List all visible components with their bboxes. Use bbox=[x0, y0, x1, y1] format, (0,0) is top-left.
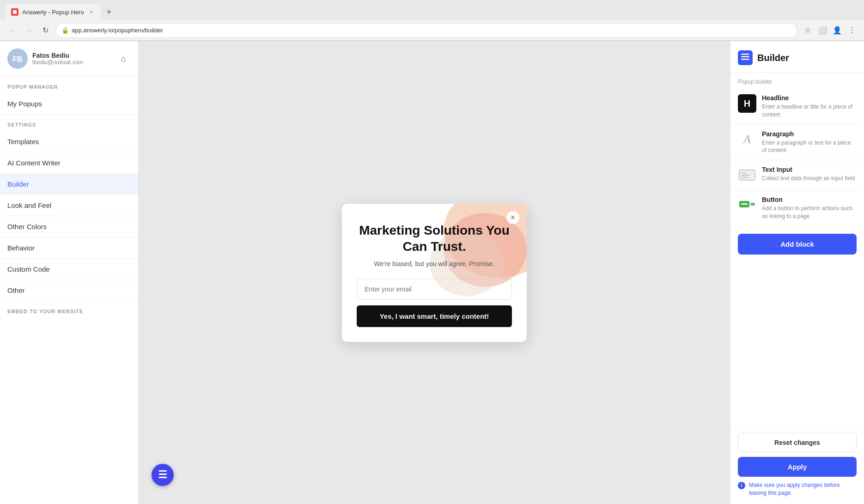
svg-rect-8 bbox=[741, 175, 750, 176]
sidebar-item-templates[interactable]: Templates bbox=[0, 131, 138, 152]
builder-blocks: H Headline Enter a headline or title for… bbox=[730, 89, 864, 226]
address-bar[interactable]: 🔒 app.answerly.io/popuphero/builder bbox=[55, 23, 797, 38]
text-input-block-icon bbox=[738, 166, 756, 184]
paragraph-block-name: Paragraph bbox=[762, 130, 857, 138]
popup-close-button[interactable]: × bbox=[506, 211, 519, 224]
popup-submit-button[interactable]: Yes, I want smart, timely content! bbox=[357, 305, 512, 327]
paragraph-block-icon: A bbox=[738, 130, 756, 149]
fab-icon: ☰ bbox=[158, 469, 167, 481]
builder-block-button[interactable]: Button Add a button to perform actions s… bbox=[734, 190, 860, 226]
sidebar-item-ai-content-writer[interactable]: AI Content Writer bbox=[0, 152, 138, 174]
builder-block-text-input[interactable]: Text Input Collect text data through an … bbox=[734, 160, 860, 190]
nav-bar: ← → ↻ 🔒 app.answerly.io/popuphero/builde… bbox=[0, 20, 864, 41]
builder-section-label: Popup builder bbox=[730, 73, 864, 89]
bookmark-icon[interactable]: ☆ bbox=[801, 24, 814, 37]
button-block-desc: Add a button to perform actions such as … bbox=[762, 205, 857, 220]
text-input-block-desc: Collect text data through an input field bbox=[762, 175, 857, 182]
user-email: fbediu@outlook.com bbox=[32, 59, 111, 66]
svg-rect-11 bbox=[750, 203, 755, 206]
svg-rect-12 bbox=[741, 203, 748, 205]
button-block-info: Button Add a button to perform actions s… bbox=[762, 196, 857, 220]
profile-icon[interactable]: 👤 bbox=[831, 24, 844, 37]
sidebar-item-custom-code[interactable]: Custom Code bbox=[0, 259, 138, 280]
reset-changes-button[interactable]: Reset changes bbox=[738, 433, 857, 452]
sidebar-item-behavior[interactable]: Behavior bbox=[0, 237, 138, 259]
sidebar-item-other[interactable]: Other bbox=[0, 280, 138, 301]
builder-header: Builder bbox=[730, 41, 864, 73]
apply-button[interactable]: Apply bbox=[738, 457, 857, 477]
headline-block-desc: Enter a headline or title for a piece of… bbox=[762, 103, 857, 119]
builder-footer: Reset changes Apply i Make sure you appl… bbox=[730, 427, 864, 504]
embed-label: EMBED TO YOUR WEBSITE bbox=[0, 301, 138, 318]
browser-chrome: Answerly - Popup Hero × + ← → ↻ 🔒 app.an… bbox=[0, 0, 864, 41]
headline-block-info: Headline Enter a headline or title for a… bbox=[762, 94, 857, 119]
settings-label: SETTINGS bbox=[0, 115, 138, 131]
builder-title: Builder bbox=[757, 53, 789, 63]
text-input-block-name: Text Input bbox=[762, 166, 857, 173]
sidebar-item-look-and-feel[interactable]: Look and Feel bbox=[0, 195, 138, 216]
paragraph-block-desc: Enter a paragraph or text for a piece of… bbox=[762, 139, 857, 155]
button-block-name: Button bbox=[762, 196, 857, 203]
builder-panel-icon bbox=[738, 50, 753, 65]
menu-icon[interactable]: ⋮ bbox=[846, 24, 858, 37]
headline-block-name: Headline bbox=[762, 94, 857, 102]
refresh-button[interactable]: ↻ bbox=[39, 24, 52, 37]
user-name: Fatos Bediu bbox=[32, 52, 111, 59]
sidebar-item-builder[interactable]: Builder bbox=[0, 174, 138, 195]
tab-label: Answerly - Popup Hero bbox=[22, 9, 84, 16]
new-tab-button[interactable]: + bbox=[103, 6, 116, 18]
builder-block-headline[interactable]: H Headline Enter a headline or title for… bbox=[734, 89, 860, 125]
tab-close-button[interactable]: × bbox=[88, 8, 95, 16]
nav-actions: ☆ ⬜ 👤 ⋮ bbox=[801, 24, 858, 37]
svg-rect-9 bbox=[741, 177, 748, 178]
tab-favicon bbox=[11, 8, 18, 16]
user-info: Fatos Bediu fbediu@outlook.com bbox=[32, 52, 111, 66]
popup-title: Marketing Solutions You Can Trust. bbox=[357, 222, 512, 255]
svg-rect-7 bbox=[741, 172, 747, 174]
extensions-icon[interactable]: ⬜ bbox=[816, 24, 829, 37]
forward-button[interactable]: → bbox=[22, 24, 35, 37]
sidebar: Fatos Bediu fbediu@outlook.com ⌂ POPUP M… bbox=[0, 41, 139, 504]
home-button[interactable]: ⌂ bbox=[116, 51, 131, 66]
back-button[interactable]: ← bbox=[6, 24, 18, 37]
sidebar-item-other-colors[interactable]: Other Colors bbox=[0, 216, 138, 237]
svg-rect-3 bbox=[741, 54, 749, 55]
popup-overlay: × Marketing Solutions You Can Trust. We'… bbox=[139, 41, 730, 504]
builder-block-paragraph[interactable]: A Paragraph Enter a paragraph or text fo… bbox=[734, 125, 860, 161]
add-block-button[interactable]: Add block bbox=[738, 234, 857, 255]
user-section: Fatos Bediu fbediu@outlook.com ⌂ bbox=[0, 41, 138, 77]
info-note: i Make sure you apply changes before lea… bbox=[738, 481, 857, 497]
popup-subtitle: We're biased, but you will agree. Promis… bbox=[357, 260, 512, 267]
builder-panel: Builder Popup builder H Headline Enter a… bbox=[730, 41, 864, 504]
url-display: app.answerly.io/popuphero/builder bbox=[72, 27, 791, 34]
svg-rect-4 bbox=[741, 56, 749, 58]
headline-block-icon: H bbox=[738, 94, 756, 113]
button-block-icon bbox=[738, 196, 756, 214]
app-container: Fatos Bediu fbediu@outlook.com ⌂ POPUP M… bbox=[0, 41, 864, 504]
active-tab[interactable]: Answerly - Popup Hero × bbox=[6, 4, 101, 20]
paragraph-block-info: Paragraph Enter a paragraph or text for … bbox=[762, 130, 857, 155]
avatar bbox=[7, 49, 28, 69]
tab-bar: Answerly - Popup Hero × + bbox=[0, 0, 864, 20]
info-note-text: Make sure you apply changes before leavi… bbox=[749, 481, 857, 497]
main-content: × Marketing Solutions You Can Trust. We'… bbox=[139, 41, 730, 504]
fab-menu-button[interactable]: ☰ bbox=[152, 464, 174, 486]
sidebar-item-my-popups[interactable]: My Popups bbox=[0, 93, 138, 115]
info-icon: i bbox=[738, 482, 745, 489]
popup-card: × Marketing Solutions You Can Trust. We'… bbox=[342, 204, 527, 342]
popup-manager-label: POPUP MANAGER bbox=[0, 77, 138, 93]
text-input-block-info: Text Input Collect text data through an … bbox=[762, 166, 857, 182]
svg-rect-5 bbox=[741, 59, 749, 60]
